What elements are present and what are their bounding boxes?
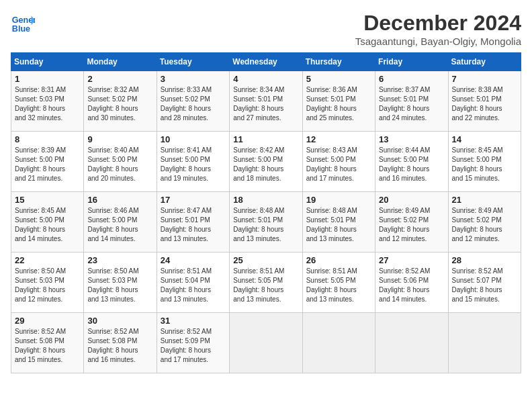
calendar-cell: 27Sunrise: 8:52 AM Sunset: 5:06 PM Dayli… bbox=[375, 253, 448, 313]
day-number: 1 bbox=[15, 74, 80, 84]
calendar-cell: 9Sunrise: 8:40 AM Sunset: 5:00 PM Daylig… bbox=[84, 132, 157, 192]
logo-icon: General Blue bbox=[11, 11, 35, 35]
calendar-cell: 7Sunrise: 8:38 AM Sunset: 5:01 PM Daylig… bbox=[448, 71, 521, 132]
day-number: 28 bbox=[452, 255, 517, 265]
day-info: Sunrise: 8:36 AM Sunset: 5:01 PM Dayligh… bbox=[306, 85, 371, 123]
calendar-table: SundayMondayTuesdayWednesdayThursdayFrid… bbox=[11, 52, 521, 373]
page-header: General Blue December 2024 Tsagaantungi,… bbox=[11, 11, 521, 47]
day-number: 25 bbox=[233, 255, 298, 265]
day-number: 30 bbox=[87, 316, 152, 326]
calendar-cell: 20Sunrise: 8:49 AM Sunset: 5:02 PM Dayli… bbox=[375, 192, 448, 253]
day-number: 13 bbox=[379, 134, 444, 144]
day-number: 21 bbox=[452, 195, 517, 205]
day-number: 27 bbox=[379, 255, 444, 265]
calendar-cell: 18Sunrise: 8:48 AM Sunset: 5:01 PM Dayli… bbox=[230, 192, 302, 253]
day-info: Sunrise: 8:32 AM Sunset: 5:02 PM Dayligh… bbox=[87, 85, 152, 123]
calendar-cell: 8Sunrise: 8:39 AM Sunset: 5:00 PM Daylig… bbox=[11, 132, 84, 192]
day-info: Sunrise: 8:43 AM Sunset: 5:00 PM Dayligh… bbox=[306, 146, 371, 183]
calendar-week-row: 29Sunrise: 8:52 AM Sunset: 5:08 PM Dayli… bbox=[11, 313, 521, 373]
calendar-cell: 2Sunrise: 8:32 AM Sunset: 5:02 PM Daylig… bbox=[84, 71, 157, 132]
month-title: December 2024 bbox=[355, 11, 521, 36]
day-number: 2 bbox=[87, 74, 152, 84]
calendar-cell: 17Sunrise: 8:47 AM Sunset: 5:01 PM Dayli… bbox=[157, 192, 229, 253]
calendar-cell: 6Sunrise: 8:37 AM Sunset: 5:01 PM Daylig… bbox=[375, 71, 448, 132]
day-number: 10 bbox=[161, 134, 226, 144]
day-number: 24 bbox=[161, 255, 226, 265]
day-info: Sunrise: 8:41 AM Sunset: 5:00 PM Dayligh… bbox=[161, 146, 226, 183]
day-number: 18 bbox=[233, 195, 298, 205]
calendar-cell: 24Sunrise: 8:51 AM Sunset: 5:04 PM Dayli… bbox=[157, 253, 229, 313]
day-number: 15 bbox=[15, 195, 80, 205]
day-info: Sunrise: 8:39 AM Sunset: 5:00 PM Dayligh… bbox=[15, 146, 80, 183]
day-info: Sunrise: 8:48 AM Sunset: 5:01 PM Dayligh… bbox=[233, 206, 298, 244]
calendar-cell: 10Sunrise: 8:41 AM Sunset: 5:00 PM Dayli… bbox=[157, 132, 229, 192]
calendar-week-row: 1Sunrise: 8:31 AM Sunset: 5:03 PM Daylig… bbox=[11, 71, 521, 132]
day-number: 14 bbox=[452, 134, 517, 144]
weekday-header: Monday bbox=[84, 53, 157, 71]
day-info: Sunrise: 8:52 AM Sunset: 5:09 PM Dayligh… bbox=[161, 327, 226, 365]
day-number: 7 bbox=[452, 74, 517, 84]
weekday-header: Tuesday bbox=[157, 53, 229, 71]
calendar-cell: 14Sunrise: 8:45 AM Sunset: 5:00 PM Dayli… bbox=[448, 132, 521, 192]
day-number: 16 bbox=[87, 195, 152, 205]
day-number: 4 bbox=[233, 74, 298, 84]
day-info: Sunrise: 8:46 AM Sunset: 5:00 PM Dayligh… bbox=[87, 206, 152, 244]
day-info: Sunrise: 8:45 AM Sunset: 5:00 PM Dayligh… bbox=[15, 206, 80, 244]
day-info: Sunrise: 8:52 AM Sunset: 5:07 PM Dayligh… bbox=[452, 267, 517, 304]
calendar-week-row: 22Sunrise: 8:50 AM Sunset: 5:03 PM Dayli… bbox=[11, 253, 521, 313]
day-info: Sunrise: 8:49 AM Sunset: 5:02 PM Dayligh… bbox=[379, 206, 444, 244]
day-number: 5 bbox=[306, 74, 371, 84]
calendar-cell bbox=[230, 313, 302, 373]
day-info: Sunrise: 8:51 AM Sunset: 5:04 PM Dayligh… bbox=[161, 267, 226, 304]
day-info: Sunrise: 8:44 AM Sunset: 5:00 PM Dayligh… bbox=[379, 146, 444, 183]
calendar-cell: 13Sunrise: 8:44 AM Sunset: 5:00 PM Dayli… bbox=[375, 132, 448, 192]
day-info: Sunrise: 8:34 AM Sunset: 5:01 PM Dayligh… bbox=[233, 85, 298, 123]
calendar-cell: 4Sunrise: 8:34 AM Sunset: 5:01 PM Daylig… bbox=[230, 71, 302, 132]
calendar-cell: 12Sunrise: 8:43 AM Sunset: 5:00 PM Dayli… bbox=[302, 132, 375, 192]
day-number: 12 bbox=[306, 134, 371, 144]
calendar-cell: 19Sunrise: 8:48 AM Sunset: 5:01 PM Dayli… bbox=[302, 192, 375, 253]
calendar-cell: 29Sunrise: 8:52 AM Sunset: 5:08 PM Dayli… bbox=[11, 313, 84, 373]
calendar-cell: 22Sunrise: 8:50 AM Sunset: 5:03 PM Dayli… bbox=[11, 253, 84, 313]
calendar-cell: 5Sunrise: 8:36 AM Sunset: 5:01 PM Daylig… bbox=[302, 71, 375, 132]
day-number: 20 bbox=[379, 195, 444, 205]
day-number: 29 bbox=[15, 316, 80, 326]
logo: General Blue bbox=[11, 11, 35, 35]
day-number: 9 bbox=[87, 134, 152, 144]
day-number: 31 bbox=[161, 316, 226, 326]
day-info: Sunrise: 8:45 AM Sunset: 5:00 PM Dayligh… bbox=[452, 146, 517, 183]
calendar-cell: 30Sunrise: 8:52 AM Sunset: 5:08 PM Dayli… bbox=[84, 313, 157, 373]
day-info: Sunrise: 8:42 AM Sunset: 5:00 PM Dayligh… bbox=[233, 146, 298, 183]
day-number: 8 bbox=[15, 134, 80, 144]
day-info: Sunrise: 8:33 AM Sunset: 5:02 PM Dayligh… bbox=[161, 85, 226, 123]
weekday-header: Friday bbox=[375, 53, 448, 71]
calendar-cell: 16Sunrise: 8:46 AM Sunset: 5:00 PM Dayli… bbox=[84, 192, 157, 253]
day-info: Sunrise: 8:52 AM Sunset: 5:08 PM Dayligh… bbox=[87, 327, 152, 365]
weekday-header: Sunday bbox=[11, 53, 84, 71]
calendar-cell: 23Sunrise: 8:50 AM Sunset: 5:03 PM Dayli… bbox=[84, 253, 157, 313]
day-info: Sunrise: 8:51 AM Sunset: 5:05 PM Dayligh… bbox=[233, 267, 298, 304]
calendar-week-row: 15Sunrise: 8:45 AM Sunset: 5:00 PM Dayli… bbox=[11, 192, 521, 253]
calendar-cell: 1Sunrise: 8:31 AM Sunset: 5:03 PM Daylig… bbox=[11, 71, 84, 132]
calendar-cell: 3Sunrise: 8:33 AM Sunset: 5:02 PM Daylig… bbox=[157, 71, 229, 132]
day-info: Sunrise: 8:47 AM Sunset: 5:01 PM Dayligh… bbox=[161, 206, 226, 244]
calendar-cell: 15Sunrise: 8:45 AM Sunset: 5:00 PM Dayli… bbox=[11, 192, 84, 253]
calendar-week-row: 8Sunrise: 8:39 AM Sunset: 5:00 PM Daylig… bbox=[11, 132, 521, 192]
calendar-cell: 26Sunrise: 8:51 AM Sunset: 5:05 PM Dayli… bbox=[302, 253, 375, 313]
day-info: Sunrise: 8:49 AM Sunset: 5:02 PM Dayligh… bbox=[452, 206, 517, 244]
day-number: 23 bbox=[87, 255, 152, 265]
calendar-cell: 25Sunrise: 8:51 AM Sunset: 5:05 PM Dayli… bbox=[230, 253, 302, 313]
day-info: Sunrise: 8:50 AM Sunset: 5:03 PM Dayligh… bbox=[15, 267, 80, 304]
title-block: December 2024 Tsagaantungi, Bayan-Olgiy,… bbox=[355, 11, 521, 47]
day-number: 17 bbox=[161, 195, 226, 205]
day-number: 19 bbox=[306, 195, 371, 205]
calendar-cell bbox=[375, 313, 448, 373]
location-title: Tsagaantungi, Bayan-Olgiy, Mongolia bbox=[355, 36, 521, 47]
day-info: Sunrise: 8:52 AM Sunset: 5:06 PM Dayligh… bbox=[379, 267, 444, 304]
calendar-cell: 28Sunrise: 8:52 AM Sunset: 5:07 PM Dayli… bbox=[448, 253, 521, 313]
day-number: 11 bbox=[233, 134, 298, 144]
weekday-header-row: SundayMondayTuesdayWednesdayThursdayFrid… bbox=[11, 53, 521, 71]
day-info: Sunrise: 8:48 AM Sunset: 5:01 PM Dayligh… bbox=[306, 206, 371, 244]
day-number: 6 bbox=[379, 74, 444, 84]
svg-text:Blue: Blue bbox=[12, 24, 30, 34]
